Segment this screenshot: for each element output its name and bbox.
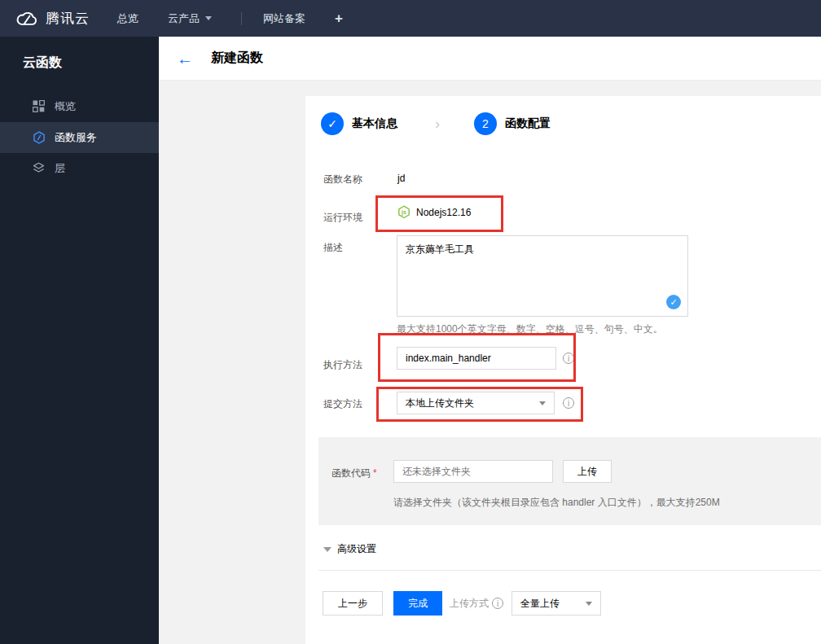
footer-divider: [318, 570, 821, 571]
description-textarea-wrap: 京东薅羊毛工具 ✓: [397, 235, 688, 317]
topnav-divider: [241, 12, 242, 25]
sidebar-item-function-service[interactable]: 函数服务: [0, 122, 159, 153]
step1-check-icon: ✓: [321, 112, 344, 135]
step-separator-icon: ›: [435, 116, 440, 133]
upload-mode-value: 全量上传: [520, 597, 560, 611]
function-code-help: 请选择文件夹（该文件夹根目录应包含 handler 入口文件），最大支持250M: [393, 496, 720, 510]
nodejs-icon: js: [397, 205, 410, 219]
step1-label: 基本信息: [352, 116, 397, 131]
handler-info-icon[interactable]: i: [563, 353, 574, 364]
advanced-settings-toggle[interactable]: 高级设置: [323, 542, 376, 556]
upload-button[interactable]: 上传: [563, 460, 612, 483]
submit-method-select[interactable]: 本地上传文件夹: [397, 392, 555, 414]
add-tab-button[interactable]: +: [335, 11, 343, 27]
upload-mode-label: 上传方式: [450, 597, 489, 611]
description-help: 最大支持1000个英文字母、数字、空格、逗号、句号、中文。: [397, 322, 663, 336]
step2-number: 2: [474, 112, 497, 135]
grid-icon: [33, 100, 46, 113]
previous-step-button[interactable]: 上一步: [323, 591, 383, 616]
topbar: 腾讯云 总览 云产品 网站备案 +: [0, 0, 821, 37]
topnav: 总览 云产品 网站备案 +: [117, 11, 372, 27]
function-name-label: 函数名称: [323, 173, 362, 186]
svg-text:js: js: [401, 209, 406, 216]
layers-icon: [33, 162, 46, 175]
runtime-label: 运行环境: [323, 211, 362, 225]
topnav-cloud-products[interactable]: 云产品: [168, 11, 212, 26]
select-caret-icon: [539, 401, 546, 405]
submit-method-info-icon[interactable]: i: [563, 397, 574, 409]
handler-label: 执行方法: [323, 358, 362, 372]
sidebar-item-label: 层: [55, 161, 65, 176]
sidebar-item-label: 函数服务: [55, 130, 97, 145]
page-header: ← 新建函数: [159, 37, 821, 81]
topnav-website-icp[interactable]: 网站备案: [263, 11, 305, 26]
description-textarea[interactable]: 京东薅羊毛工具: [397, 236, 687, 316]
finish-button[interactable]: 完成: [393, 591, 442, 616]
description-label: 描述: [323, 241, 343, 255]
runtime-value: js Nodejs12.16: [397, 205, 471, 219]
upload-mode-select[interactable]: 全量上传: [511, 591, 601, 616]
step-indicator: ✓ 基本信息 › 2 函数配置: [321, 112, 551, 135]
runtime-text: Nodejs12.16: [416, 207, 471, 218]
function-name-value: jd: [397, 173, 405, 184]
submit-method-label: 提交方法: [323, 397, 362, 411]
topnav-overview[interactable]: 总览: [117, 11, 138, 26]
folder-path-input[interactable]: [393, 460, 553, 483]
handler-input[interactable]: [397, 347, 556, 370]
brand-home-link[interactable]: 腾讯云: [15, 9, 90, 28]
back-arrow-icon[interactable]: ←: [177, 50, 193, 67]
create-function-card: ✓ 基本信息 › 2 函数配置 函数名称 jd 运行环境 js Nodejs12…: [305, 96, 821, 644]
tencent-cloud-logo-icon: [15, 10, 39, 28]
advanced-settings-label: 高级设置: [337, 542, 376, 556]
upload-mode: 上传方式 i: [450, 591, 503, 616]
sidebar-item-label: 概览: [55, 99, 76, 114]
sidebar-title: 云函数: [0, 37, 159, 91]
upload-mode-info-icon[interactable]: i: [492, 598, 503, 609]
function-icon: [33, 131, 46, 144]
function-code-label: 函数代码*: [331, 467, 377, 480]
triangle-down-icon: [323, 547, 331, 552]
sidebar-item-layers[interactable]: 层: [0, 153, 159, 184]
chevron-down-icon: [205, 16, 212, 20]
page-title: 新建函数: [211, 50, 263, 67]
valid-check-icon: ✓: [666, 295, 681, 309]
function-code-section: 函数代码* 上传 请选择文件夹（该文件夹根目录应包含 handler 入口文件）…: [318, 437, 821, 525]
select-caret-icon: [586, 602, 592, 606]
brand-name: 腾讯云: [46, 9, 90, 28]
sidebar-item-overview[interactable]: 概览: [0, 91, 159, 122]
step2-label: 函数配置: [505, 116, 551, 131]
submit-method-value: 本地上传文件夹: [406, 396, 474, 410]
required-asterisk: *: [373, 467, 377, 479]
sidebar: 云函数 概览 函数服务 层: [0, 37, 159, 644]
